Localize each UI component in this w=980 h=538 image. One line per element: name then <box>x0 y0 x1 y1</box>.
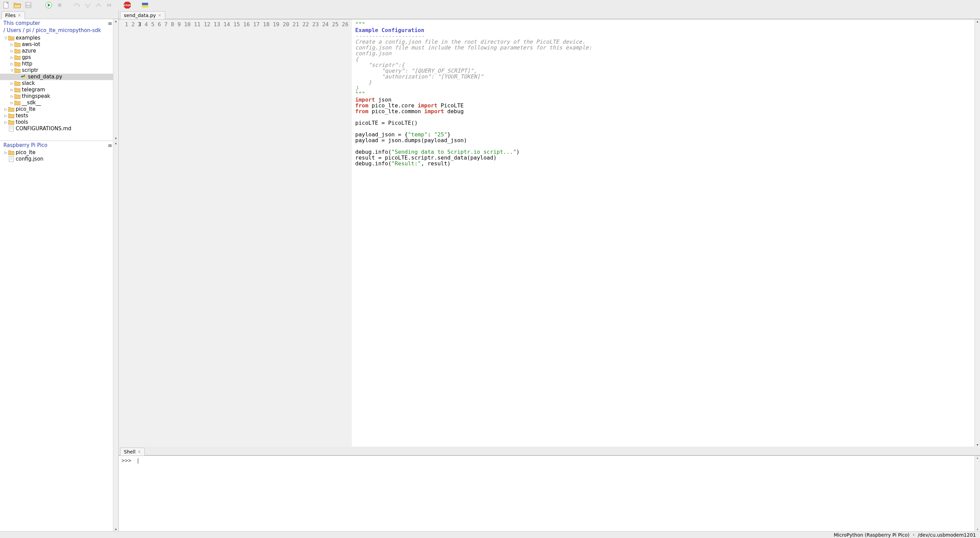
local-scrollbar[interactable]: ▴▾ <box>113 19 118 140</box>
device-tree[interactable]: ▷pico_lteconfig.json <box>0 149 113 531</box>
tree-item-pico-lte[interactable]: ▷pico_lte <box>0 149 113 156</box>
tree-item-examples[interactable]: ▽examples <box>0 35 113 41</box>
tree-item-configurations-md[interactable]: CONFIGURATIONS.md <box>0 125 113 132</box>
device-title[interactable]: Raspberry Pi Pico <box>0 141 49 149</box>
tree-item-telegram[interactable]: ▷telegram <box>0 87 113 93</box>
chevron-down-icon[interactable]: ▽ <box>10 67 14 74</box>
chevron-down-icon[interactable]: ▽ <box>3 35 8 41</box>
tree-item-config-json[interactable]: config.json <box>0 156 113 162</box>
run-icon[interactable] <box>45 2 52 9</box>
tree-item-http[interactable]: ▷http <box>0 61 113 67</box>
chevron-right-icon[interactable]: ▷ <box>10 87 14 93</box>
new-file-icon[interactable] <box>3 2 10 9</box>
device-menu-icon[interactable]: ≡ <box>108 142 112 149</box>
folder-icon <box>8 35 14 41</box>
status-bar: MicroPython (Raspberry Pi Pico) • /dev/c… <box>0 531 980 538</box>
svg-marker-27 <box>14 81 21 86</box>
tree-item-label: telegram <box>22 87 45 93</box>
file-icon <box>8 156 14 162</box>
tree-item-label: tests <box>16 113 28 119</box>
code-editor[interactable]: 1 2 3 4 5 6 7 8 9 10 11 12 13 14 15 16 1… <box>119 19 975 447</box>
folder-icon <box>14 61 21 67</box>
files-device-pane: Raspberry Pi Pico ≡ ▷pico_lteconfig.json… <box>0 140 118 531</box>
folder-icon <box>8 113 14 119</box>
editor-tab-close-icon[interactable]: × <box>158 13 161 18</box>
status-interpreter[interactable]: MicroPython (Raspberry Pi Pico) <box>834 532 909 538</box>
tree-item-label: gps <box>22 54 31 61</box>
stop-icon[interactable]: STOP <box>124 2 131 9</box>
tree-item-label: send_data.py <box>28 74 62 80</box>
tree-item--sdk-[interactable]: ▷__sdk__ <box>0 100 113 106</box>
folder-icon <box>14 48 21 54</box>
chevron-right-icon[interactable]: ▷ <box>10 93 14 100</box>
open-file-icon[interactable] <box>14 2 21 9</box>
step-into-icon <box>84 2 91 9</box>
tree-item-thingspeak[interactable]: ▷thingspeak <box>0 93 113 100</box>
chevron-right-icon[interactable]: ▷ <box>3 149 8 156</box>
chevron-right-icon[interactable]: ▷ <box>10 54 14 61</box>
tab-editor-file[interactable]: send_data.py × <box>120 11 165 19</box>
support-icon[interactable] <box>141 2 149 9</box>
step-over-icon <box>73 2 81 9</box>
chevron-right-icon[interactable]: ▷ <box>10 61 14 67</box>
tab-files-close-icon[interactable]: × <box>18 13 21 18</box>
tree-item-tools[interactable]: ▷tools <box>0 119 113 125</box>
svg-marker-38 <box>8 151 14 155</box>
tree-item-scriptr[interactable]: ▽scriptr <box>0 67 113 74</box>
tree-item-aws-iot[interactable]: ▷aws-iot <box>0 41 113 48</box>
svg-rect-39 <box>9 157 14 162</box>
tree-item-label: slack <box>22 80 35 87</box>
editor-scrollbar[interactable]: ▴▾ <box>975 19 980 447</box>
resume-icon <box>106 2 113 9</box>
tab-files[interactable]: Files × <box>2 11 25 19</box>
python-file-icon <box>21 74 27 80</box>
tree-item-slack[interactable]: ▷slack <box>0 80 113 87</box>
svg-rect-19 <box>142 3 148 5</box>
tree-item-label: config.json <box>16 156 43 162</box>
chevron-right-icon[interactable]: ▷ <box>10 41 14 48</box>
tree-item-gps[interactable]: ▷gps <box>0 54 113 61</box>
shell-tab-label: Shell <box>124 449 135 454</box>
svg-rect-34 <box>9 126 14 132</box>
code-area[interactable]: """ Example Configuration --------------… <box>352 19 595 447</box>
svg-marker-23 <box>14 49 21 53</box>
file-icon <box>8 126 14 132</box>
shell-cursor <box>138 458 138 464</box>
shell-prompt: >>> <box>121 457 131 464</box>
save-file-icon <box>25 2 32 9</box>
tree-item-pico-lte[interactable]: ▷pico_lte <box>0 106 113 113</box>
tree-item-send-data-py[interactable]: send_data.py <box>0 74 113 80</box>
svg-marker-16 <box>110 3 111 7</box>
folder-icon <box>14 54 21 61</box>
chevron-right-icon[interactable]: ▷ <box>3 113 8 119</box>
device-scrollbar[interactable]: ▴▾ <box>113 141 118 531</box>
tree-item-label: aws-iot <box>22 41 40 48</box>
local-breadcrumb[interactable]: / Users / pi / pico_lte_micropython-sdk <box>0 27 113 35</box>
chevron-right-icon[interactable]: ▷ <box>3 106 8 113</box>
folder-icon <box>14 94 21 100</box>
folder-icon <box>8 119 14 125</box>
shell-tabbar: Shell × <box>119 447 980 455</box>
tab-shell[interactable]: Shell × <box>120 448 145 455</box>
chevron-right-icon[interactable]: ▷ <box>10 100 14 106</box>
shell-output[interactable]: >>> <box>119 456 975 531</box>
tree-item-label: tools <box>16 119 28 125</box>
svg-rect-20 <box>142 5 148 8</box>
chevron-right-icon[interactable]: ▷ <box>10 80 14 87</box>
shell-scrollbar[interactable]: ▴▾ <box>975 456 980 531</box>
tree-item-tests[interactable]: ▷tests <box>0 113 113 119</box>
chevron-right-icon[interactable]: ▷ <box>3 119 8 125</box>
local-tree[interactable]: ▽examples▷aws-iot▷azure▷gps▷http▽scriptr… <box>0 35 113 140</box>
folder-icon <box>14 81 21 87</box>
tree-item-label: http <box>22 61 32 67</box>
editor-tab-label: send_data.py <box>124 13 156 18</box>
chevron-right-icon[interactable]: ▷ <box>10 48 14 54</box>
folder-icon <box>8 106 14 113</box>
status-port[interactable]: /dev/cu.usbmodem1201 <box>918 532 976 538</box>
svg-text:STOP: STOP <box>124 4 131 7</box>
local-menu-icon[interactable]: ≡ <box>108 20 112 27</box>
tree-item-azure[interactable]: ▷azure <box>0 48 113 54</box>
tree-item-label: CONFIGURATIONS.md <box>16 125 71 132</box>
shell-tab-close-icon[interactable]: × <box>137 449 141 454</box>
local-title[interactable]: This computer <box>0 19 42 27</box>
